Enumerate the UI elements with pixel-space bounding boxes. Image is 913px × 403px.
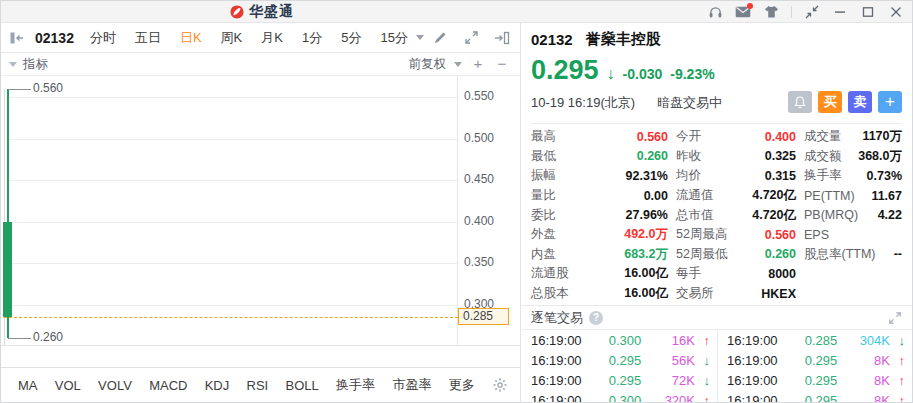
trade-time: 16:19:00 bbox=[727, 373, 789, 388]
stat-label: PE(TTM) bbox=[804, 189, 855, 203]
period-tab[interactable]: 15分 bbox=[380, 29, 407, 47]
stat-label: 流通股 bbox=[531, 265, 569, 282]
grid-line bbox=[4, 180, 457, 181]
grid-line bbox=[4, 222, 457, 223]
indicator-tab[interactable]: 换手率 bbox=[336, 376, 375, 394]
candlestick-chart[interactable]: 0.5500.5000.4500.4000.3500.3000.5600.260… bbox=[1, 76, 520, 346]
trade-price: 0.295 bbox=[789, 353, 853, 368]
indicator-tab[interactable]: 更多 bbox=[449, 376, 475, 394]
price-alert-button[interactable] bbox=[788, 91, 812, 113]
stat-label: 换手率 bbox=[804, 167, 842, 184]
stat-cell: 换手率0.73% bbox=[804, 166, 902, 186]
high-price-marker-line bbox=[8, 89, 31, 90]
period-tab[interactable]: 日K bbox=[180, 29, 202, 47]
draw-pencil-icon[interactable] bbox=[432, 30, 448, 46]
trade-volume: 8K bbox=[853, 373, 890, 388]
stat-label: 均价 bbox=[676, 167, 701, 184]
trade-direction-icon: ↑ bbox=[890, 393, 905, 403]
stat-value: 683.2万 bbox=[624, 246, 668, 263]
indicator-tab[interactable]: MA bbox=[18, 378, 38, 393]
trade-direction-icon: ↓ bbox=[695, 373, 710, 388]
maximize-button[interactable] bbox=[860, 4, 876, 20]
support-headset-icon[interactable] bbox=[707, 4, 723, 20]
period-tabs: 分时五日日K周K月K1分5分15分 bbox=[90, 29, 408, 47]
period-tab[interactable]: 分时 bbox=[90, 29, 116, 47]
trade-direction-icon: ↑ bbox=[695, 333, 710, 348]
stat-label: PB(MRQ) bbox=[804, 208, 858, 222]
period-tab[interactable]: 5分 bbox=[341, 29, 361, 47]
zoom-in-button[interactable]: + bbox=[470, 57, 486, 71]
messages-icon[interactable] bbox=[735, 4, 751, 20]
stat-value: 4.720亿 bbox=[752, 207, 796, 224]
trade-time: 16:19:00 bbox=[531, 353, 593, 368]
zoom-out-button[interactable]: − bbox=[494, 57, 510, 71]
minimize-button[interactable] bbox=[832, 4, 848, 20]
titlebar-separator bbox=[791, 6, 792, 18]
buy-button[interactable]: 买 bbox=[818, 91, 842, 113]
indicator-collapse-caret-icon[interactable] bbox=[9, 62, 17, 67]
help-icon[interactable]: ? bbox=[589, 311, 603, 325]
collapse-layout-icon[interactable] bbox=[804, 4, 820, 20]
period-tab[interactable]: 1分 bbox=[302, 29, 322, 47]
indicator-tab[interactable]: VOL bbox=[55, 378, 81, 393]
stat-label: 总股本 bbox=[531, 285, 569, 302]
trade-price: 0.295 bbox=[593, 353, 657, 368]
indicator-tab[interactable]: RSI bbox=[247, 378, 269, 393]
stat-cell: 振幅92.31% bbox=[531, 166, 668, 186]
stat-value: 0.560 bbox=[765, 228, 796, 242]
adjust-mode-select[interactable]: 前复权 bbox=[409, 56, 447, 73]
indicator-tab[interactable]: BOLL bbox=[286, 378, 319, 393]
expand-right-panel-icon[interactable] bbox=[494, 30, 510, 46]
period-tab[interactable]: 五日 bbox=[135, 29, 161, 47]
more-periods-caret-icon[interactable] bbox=[416, 35, 424, 40]
chart-panel: 02132 分时五日日K周K月K1分5分15分 指标 前复权 bbox=[1, 23, 521, 402]
stats-grid: 最高0.560今开0.400成交量1170万最低0.260昨收0.325成交额3… bbox=[522, 124, 912, 303]
indicator-tab[interactable]: VOLV bbox=[98, 378, 132, 393]
tick-trades-header: 逐笔交易 ? bbox=[522, 306, 912, 330]
stat-value: 16.00亿 bbox=[624, 265, 668, 282]
period-tab[interactable]: 周K bbox=[221, 29, 243, 47]
add-watchlist-button[interactable]: + bbox=[878, 91, 902, 113]
stat-value: 0.325 bbox=[765, 149, 796, 163]
low-price-label: 0.260 bbox=[33, 330, 63, 344]
stat-cell: 总市值4.720亿 bbox=[676, 205, 796, 225]
indicator-bar: 指标 前复权 + − bbox=[1, 53, 520, 76]
indicator-tab[interactable]: MACD bbox=[149, 378, 187, 393]
indicator-tab[interactable]: 市盈率 bbox=[392, 376, 431, 394]
fullscreen-icon[interactable] bbox=[463, 30, 479, 46]
trade-direction-icon: ↑ bbox=[695, 393, 710, 403]
trade-price: 0.285 bbox=[789, 333, 853, 348]
expand-trades-icon[interactable] bbox=[888, 311, 902, 325]
trade-time: 16:19:00 bbox=[727, 393, 789, 403]
close-button[interactable] bbox=[888, 4, 904, 20]
trade-time: 16:19:00 bbox=[531, 393, 593, 403]
collapse-sidebar-icon[interactable] bbox=[9, 30, 25, 46]
app-name: 华盛通 bbox=[249, 3, 294, 21]
current-price-tag: 0.285 bbox=[458, 308, 509, 325]
trade-time: 16:19:00 bbox=[727, 353, 789, 368]
theme-shirt-icon[interactable] bbox=[763, 4, 779, 20]
stat-cell: 内盘683.2万 bbox=[531, 245, 668, 265]
trade-volume: 56K bbox=[657, 353, 695, 368]
stat-cell: 每手8000 bbox=[676, 264, 796, 284]
trade-row: 16:19:000.29572K↓ bbox=[522, 370, 717, 390]
stat-cell: 今开0.400 bbox=[676, 127, 796, 147]
trade-volume: 8K bbox=[853, 353, 890, 368]
adjust-caret-icon[interactable] bbox=[454, 62, 462, 67]
indicator-settings-gear-icon[interactable] bbox=[492, 377, 508, 393]
indicator-tab[interactable]: KDJ bbox=[205, 378, 230, 393]
indicator-label[interactable]: 指标 bbox=[23, 56, 48, 73]
stat-cell: 流通值4.720亿 bbox=[676, 186, 796, 206]
period-tab[interactable]: 月K bbox=[261, 29, 283, 47]
stat-cell: 最低0.260 bbox=[531, 147, 668, 167]
trade-direction-icon: ↓ bbox=[695, 353, 710, 368]
stat-value: 27.96% bbox=[626, 208, 668, 222]
trade-row: 16:19:000.29556K↓ bbox=[522, 350, 717, 370]
trade-row: 16:19:000.2958K↑ bbox=[718, 370, 912, 390]
titlebar: 华盛通 bbox=[1, 1, 912, 23]
sell-button[interactable]: 卖 bbox=[848, 91, 872, 113]
stat-value: 0.260 bbox=[765, 247, 796, 261]
y-axis-label: 0.400 bbox=[464, 214, 494, 228]
stat-value: 92.31% bbox=[626, 169, 668, 183]
stat-value: 4.720亿 bbox=[752, 187, 796, 204]
